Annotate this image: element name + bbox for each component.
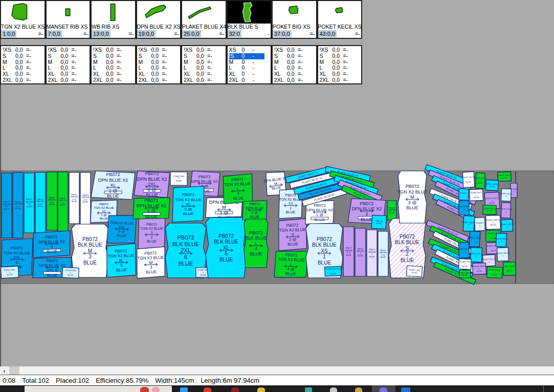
flower-icon[interactable] [140, 387, 149, 392]
piece-card-value-bar[interactable]: 32:0- [228, 30, 271, 38]
marker-piece[interactable]: PB072WB RIB4 @BLUE [47, 172, 57, 230]
marker-piece[interactable]: POKET BIG1BLUE [170, 172, 187, 185]
piece-card[interactable]: BLK BLUE S32:0- [227, 0, 272, 39]
piece-card[interactable]: POKET BIG XS37:0,0=- [272, 0, 317, 39]
marker-piece[interactable]: PB072WB RIB1BLUE [367, 230, 377, 276]
app-icon-purple[interactable] [380, 387, 387, 392]
marker-piece[interactable]: POKET KECIL1BLUE [473, 263, 487, 275]
piece-card-value-bar[interactable]: 37:0,0=- [273, 30, 316, 38]
piece-card-value-bar[interactable]: 7:0,0=- [47, 30, 90, 38]
marker-piece[interactable]: PB072BLK BLUEXL5BLUE [206, 217, 247, 278]
marker-piece[interactable]: PB072DPN BLUE X25BLUE [32, 231, 71, 258]
scroll-left-button[interactable]: ‹ [0, 366, 9, 375]
marker-piece[interactable]: POKET KOTAK1BLUE [325, 266, 342, 276]
app-icon-blue[interactable] [180, 387, 188, 392]
marker-piece[interactable]: POKET KECIL1 [500, 219, 514, 231]
piece-card[interactable]: WB RIB XS13:0,0=- [91, 0, 136, 39]
marker-piece[interactable]: PB072WB RIB1 @BLUE [378, 231, 388, 276]
size-row[interactable]: S0,0=- [139, 53, 174, 59]
app-icon-teal[interactable] [305, 387, 312, 392]
marker-piece[interactable]: PB072WB RIB3 @BLUE [69, 172, 79, 224]
marker-piece[interactable]: TGN X2 BLUE2XL6 @BLUE [107, 214, 137, 244]
piece-card[interactable]: TGN X2 BLUE XS1:0,0=- [0, 0, 46, 39]
taskbar-window-preview[interactable] [25, 386, 172, 392]
marker-piece[interactable]: PB072DPN BLUE X2XL1 @BLUE [91, 171, 135, 200]
marker-piece[interactable]: POKET BIG1BLUE [487, 267, 503, 278]
size-row[interactable]: S0,0=- [93, 53, 129, 59]
marker-piece[interactable]: PB072WB RIB5 @BLUE [35, 172, 46, 233]
marker-piece[interactable]: POKET KECIL1BLUE [502, 262, 517, 276]
size-row[interactable]: 2XL0- [229, 77, 265, 83]
marker-piece[interactable]: PB072WB RIB3 @BLUE [80, 172, 91, 225]
marker-piece[interactable]: POKET BIG1BLUE [62, 267, 79, 278]
taskbar[interactable] [0, 385, 554, 392]
app-icon-blue2[interactable] [401, 387, 410, 392]
app-icon-yellow[interactable] [257, 387, 265, 392]
marker-piece[interactable]: POKET KECIL1 [496, 248, 510, 262]
marker-piece[interactable]: POKET1 [459, 189, 469, 201]
size-row[interactable]: S0,0=- [3, 53, 38, 59]
piece-card-value-bar[interactable]: 43:0,0=- [318, 30, 362, 38]
piece-card[interactable]: PLAKET BLUE X4 XS25:0,0=- [181, 0, 227, 39]
piece-card-value-bar[interactable]: 1:0,0=- [1, 30, 45, 38]
marker-piece[interactable]: PB072WB RIB8 @BLUE [2, 173, 12, 238]
marker-piece[interactable]: PB072DPN BLUE X21 @BLUE [133, 198, 170, 219]
size-row[interactable]: 2XL0,0=- [48, 77, 84, 83]
size-row[interactable]: 2XL0,0=- [274, 77, 310, 83]
app-icon-darkred[interactable] [231, 387, 239, 392]
marker-piece[interactable]: POKET BIG1BLUE [459, 259, 472, 270]
marker-piece[interactable]: POKET KECILBLUE [485, 180, 499, 190]
marker-piece[interactable]: PB072WB RIB2BLUE [355, 228, 366, 276]
piece-card[interactable]: POKET KECIL XS43:0,0=- [317, 0, 363, 39]
marker-piece[interactable]: PB072WB RIB5 @BLUE [24, 173, 34, 233]
marker-piece[interactable]: PB072WB RIBBLUE [387, 201, 396, 220]
marker-piece[interactable]: PB072TGN X2 BLUE32BLUE [138, 217, 165, 249]
marker-piece[interactable]: POKET1 [475, 217, 485, 231]
size-row[interactable]: !S0- [229, 53, 265, 59]
marker-piece[interactable]: PB072BLK BLUEL4BLUE [244, 219, 268, 268]
size-row[interactable]: S0,0=- [274, 53, 310, 59]
marker-piece[interactable]: PB072WB RIB2 @BLUE [343, 227, 354, 276]
size-row[interactable]: S0,0=- [320, 53, 356, 59]
marker-piece[interactable]: POKET BIGBLUE [406, 266, 422, 277]
piece-card[interactable]: DPN BLUE X2 XS19:0,0=- [136, 0, 182, 39]
piece-card-value-bar[interactable]: 19:0,0=- [137, 30, 181, 38]
marker-piece[interactable]: PB072TGN X2 BLUES2 @BLUE [278, 219, 307, 251]
size-row[interactable]: 2XL0,0=- [320, 77, 356, 83]
size-row[interactable]: S0,0=- [184, 53, 219, 59]
marker-piece[interactable]: POKET KECIL1 [494, 233, 508, 247]
marker-piece[interactable]: TGN X2BLUE [371, 215, 386, 229]
marker-piece[interactable]: PB072TGN X2 BLUEL4 @BLUE [274, 250, 308, 278]
size-row[interactable]: S0,0=- [48, 53, 84, 59]
marker-piece[interactable]: PB072TGN X2 BLUEXL5BLUE [106, 244, 137, 277]
marker-piece[interactable]: PB072DPN BLUE1 @BLUE [242, 201, 267, 220]
marker-piece[interactable]: PB072TGN X2 BLUEXL5 @BLUE [172, 186, 204, 222]
marker-piece[interactable]: PB072WB RIB8 @BLUE [13, 172, 23, 238]
size-row[interactable]: 2XL0,0=- [139, 77, 174, 83]
size-row[interactable]: 2XL0,0=- [184, 77, 219, 83]
marker-piece[interactable]: POKET KECIL1BLUE [461, 171, 476, 187]
marker-piece[interactable]: PB072DPN BLUE X22XL6 @BLUE [134, 171, 170, 198]
marker-piece[interactable]: POKET KECILBLUE [458, 270, 472, 278]
marker-piece[interactable]: PB072TGN X2 BLUEM3 @BLUE [397, 171, 428, 223]
marker-piece[interactable]: POKET KECIL1BLUE [486, 215, 501, 230]
size-row[interactable]: 2XL0,0=- [3, 77, 38, 83]
h-scrollbar[interactable]: ‹ [0, 366, 554, 375]
scrollbar-thumb[interactable] [9, 366, 19, 375]
piece-card[interactable]: MANSET RIB XS7:0,0=- [46, 0, 91, 39]
marker-piece[interactable]: PB072WB RIB4 @BLUE [58, 172, 68, 231]
marker-piece[interactable]: PB072TGN X2 BLUEM3BLUE [136, 247, 166, 278]
app-icon-red[interactable] [204, 387, 211, 392]
piece-card-value-bar[interactable]: 25:0,0=- [182, 30, 226, 38]
app-icon-gold[interactable] [355, 387, 362, 392]
size-row[interactable]: XS0- [229, 47, 265, 53]
marker-piece[interactable]: POKET KECILBLUE [498, 172, 512, 182]
marker-piece[interactable]: POKET KECIL1 [457, 201, 471, 215]
size-row[interactable]: M0- [229, 59, 265, 66]
marker-piece[interactable]: POKET BIG1BLUE [1, 266, 18, 278]
marker-piece[interactable]: POKET KECIL1 [457, 243, 471, 258]
marker-piece[interactable]: POKET KECILBLUE [483, 205, 497, 215]
marker-piece[interactable]: PB072TGN X2 BLUEL4BLUE [223, 174, 254, 204]
app-icon-gray[interactable] [330, 387, 337, 392]
piece-card-value-bar[interactable]: 13:0,0=- [92, 30, 135, 38]
